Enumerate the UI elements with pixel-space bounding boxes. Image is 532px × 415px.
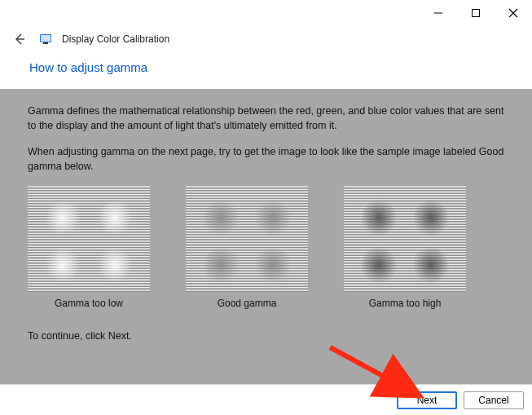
heading-area: How to adjust gamma bbox=[0, 55, 532, 89]
sample-gamma-low-label: Gamma too low bbox=[55, 297, 123, 311]
app-title: Display Color Calibration bbox=[62, 33, 169, 45]
maximize-button[interactable] bbox=[457, 0, 495, 26]
continue-hint: To continue, click Next. bbox=[28, 329, 509, 343]
svg-rect-1 bbox=[473, 10, 480, 17]
app-icon bbox=[39, 33, 52, 46]
sample-gamma-good: Good gamma bbox=[186, 186, 308, 311]
close-button[interactable] bbox=[495, 0, 532, 26]
cancel-button[interactable]: Cancel bbox=[464, 391, 524, 409]
sample-gamma-high-label: Gamma too high bbox=[369, 297, 442, 311]
gamma-samples: Gamma too low Good gamma Gamma too high bbox=[28, 186, 509, 311]
svg-rect-7 bbox=[43, 42, 48, 44]
sample-gamma-low-image bbox=[28, 186, 150, 292]
titlebar bbox=[0, 0, 532, 26]
sample-gamma-high: Gamma too high bbox=[344, 186, 466, 311]
page-heading: How to adjust gamma bbox=[29, 60, 503, 74]
header: Display Color Calibration bbox=[0, 26, 532, 55]
sample-gamma-good-label: Good gamma bbox=[218, 297, 277, 311]
sample-gamma-good-image bbox=[186, 186, 308, 292]
svg-rect-6 bbox=[41, 35, 51, 42]
minimize-button[interactable] bbox=[420, 0, 457, 26]
gamma-description-1: Gamma defines the mathematical relations… bbox=[28, 104, 509, 133]
next-button[interactable]: Next bbox=[397, 391, 457, 409]
sample-gamma-low: Gamma too low bbox=[28, 186, 150, 311]
sample-gamma-high-image bbox=[344, 186, 466, 292]
footer: Next Cancel bbox=[0, 384, 532, 415]
calibration-window: Display Color Calibration How to adjust … bbox=[0, 0, 532, 415]
gamma-description-2: When adjusting gamma on the next page, t… bbox=[28, 144, 509, 174]
back-button[interactable] bbox=[10, 29, 29, 49]
content-pane: Gamma defines the mathematical relations… bbox=[0, 89, 532, 384]
